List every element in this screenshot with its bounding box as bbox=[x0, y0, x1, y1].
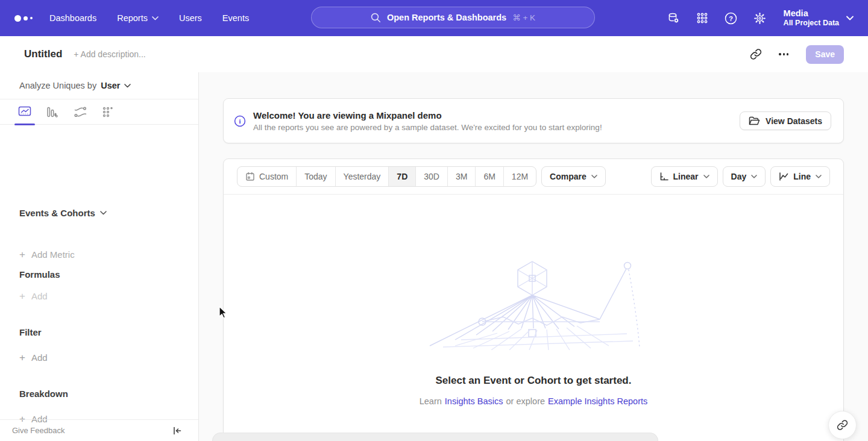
nav-item-label: Dashboards bbox=[49, 13, 96, 23]
logo-dot bbox=[30, 17, 33, 19]
chevron-down-icon bbox=[846, 16, 854, 20]
analyze-prefix: Analyze Uniques by bbox=[19, 81, 96, 90]
insights-basics-link[interactable]: Insights Basics bbox=[445, 396, 503, 406]
mixpanel-insights-page: Dashboards Reports Users Events Open Rep… bbox=[0, 0, 868, 441]
apps-grid-icon[interactable] bbox=[696, 11, 709, 25]
compare-dropdown[interactable]: Compare bbox=[541, 166, 606, 187]
banner-text: Welcome! You are viewing a Mixpanel demo… bbox=[253, 110, 602, 132]
chart-display-controls: Linear Day Line bbox=[651, 166, 830, 187]
add-metric-button[interactable]: + Add Metric bbox=[19, 249, 75, 260]
chevron-down-icon bbox=[816, 175, 822, 179]
svg-text:?: ? bbox=[729, 15, 733, 22]
help-icon[interactable]: ? bbox=[725, 11, 738, 25]
project-selector[interactable]: Media All Project Data bbox=[784, 8, 854, 28]
save-button[interactable]: Save bbox=[806, 45, 844, 64]
view-datasets-button[interactable]: View Datasets bbox=[740, 111, 831, 130]
nav-item-dashboards[interactable]: Dashboards bbox=[49, 13, 96, 23]
learn-prefix: Learn bbox=[420, 396, 442, 406]
query-builder-sidebar: Analyze Uniques by User bbox=[0, 72, 199, 441]
nav-actions: ? Media All Project Data bbox=[651, 8, 854, 28]
nav-item-events[interactable]: Events bbox=[222, 13, 249, 23]
middle-text: or explore bbox=[506, 396, 545, 406]
events-cohorts-section-header[interactable]: Events & Cohorts bbox=[19, 208, 107, 218]
report-titlebar: Untitled + Add description... Save bbox=[0, 36, 868, 72]
date-range-7d[interactable]: 7D bbox=[388, 167, 415, 186]
link-icon bbox=[837, 419, 848, 431]
collapse-sidebar-icon[interactable] bbox=[172, 425, 183, 436]
insights-chart-icon bbox=[18, 106, 31, 118]
add-filter-button[interactable]: + Add bbox=[19, 352, 48, 363]
titlebar-actions: Save bbox=[749, 45, 844, 64]
chart-type-dropdown[interactable]: Line bbox=[770, 166, 830, 187]
flows-icon bbox=[74, 107, 87, 117]
add-formula-button[interactable]: + Add bbox=[19, 291, 48, 301]
gear-icon[interactable] bbox=[753, 11, 767, 25]
share-link-floating-button[interactable] bbox=[828, 411, 857, 439]
search-icon bbox=[371, 13, 381, 23]
plus-icon: + bbox=[19, 352, 25, 363]
top-nav: Dashboards Reports Users Events Open Rep… bbox=[0, 0, 868, 36]
empty-state: Select an Event or Cohort to get started… bbox=[224, 257, 843, 406]
visualization-tabs bbox=[0, 99, 198, 125]
nav-item-reports[interactable]: Reports bbox=[117, 13, 159, 23]
global-search[interactable]: Open Reports & Dashboards ⌘ + K bbox=[311, 7, 595, 28]
banner-subtitle: All the reports you see are powered by a… bbox=[253, 123, 602, 132]
scale-dropdown[interactable]: Linear bbox=[651, 166, 718, 187]
date-range-6m[interactable]: 6M bbox=[475, 167, 503, 186]
more-options-icon[interactable] bbox=[777, 48, 790, 61]
demo-welcome-banner: i Welcome! You are viewing a Mixpanel de… bbox=[223, 98, 844, 143]
date-range-custom[interactable]: Custom bbox=[237, 167, 296, 186]
logo-dot bbox=[14, 15, 21, 22]
tab-insights-line-chart[interactable] bbox=[11, 99, 39, 125]
main-content: i Welcome! You are viewing a Mixpanel de… bbox=[199, 72, 868, 441]
date-range-yesterday[interactable]: Yesterday bbox=[335, 167, 389, 186]
data-management-icon[interactable] bbox=[667, 11, 680, 25]
calendar-icon bbox=[245, 172, 255, 181]
sidebar-footer: Give Feedback bbox=[0, 419, 198, 441]
plus-icon: + bbox=[19, 291, 25, 301]
chevron-down-icon bbox=[751, 175, 757, 179]
report-title[interactable]: Untitled bbox=[24, 48, 62, 60]
project-scope: All Project Data bbox=[784, 19, 839, 28]
example-insights-reports-link[interactable]: Example Insights Reports bbox=[548, 396, 647, 406]
date-range-3m[interactable]: 3M bbox=[447, 167, 475, 186]
chevron-down-icon bbox=[100, 211, 107, 215]
breakdown-section-label: Breakdown bbox=[19, 389, 68, 399]
chevron-down-icon bbox=[703, 175, 709, 179]
analyze-value: User bbox=[101, 81, 120, 90]
logo-dot bbox=[24, 16, 28, 20]
info-icon: i bbox=[234, 115, 246, 127]
dot-grid-icon bbox=[102, 107, 113, 117]
mixpanel-logo[interactable] bbox=[14, 15, 41, 22]
tab-metrics-grid[interactable] bbox=[94, 99, 122, 125]
tab-bar-chart[interactable] bbox=[39, 99, 66, 125]
tab-flows[interactable] bbox=[66, 99, 94, 125]
primary-nav: Dashboards Reports Users Events bbox=[49, 13, 249, 23]
banner-title: Welcome! You are viewing a Mixpanel demo bbox=[253, 110, 602, 120]
empty-state-title: Select an Event or Cohort to get started… bbox=[224, 375, 843, 387]
nav-item-users[interactable]: Users bbox=[179, 13, 202, 23]
folder-icon bbox=[749, 116, 760, 126]
give-feedback-link[interactable]: Give Feedback bbox=[12, 426, 64, 435]
formulas-section-label: Formulas bbox=[19, 269, 60, 280]
date-range-today[interactable]: Today bbox=[296, 167, 335, 186]
analyze-uniques-selector[interactable]: Analyze Uniques by User bbox=[0, 72, 198, 99]
project-name: Media bbox=[784, 8, 839, 19]
date-range-control: Custom Today Yesterday 7D 30D 3M 6M 12M bbox=[237, 166, 536, 187]
add-metric-label: Add Metric bbox=[31, 249, 75, 260]
bar-chart-icon bbox=[46, 106, 58, 118]
section-label: Events & Cohorts bbox=[19, 208, 95, 218]
add-label: Add bbox=[31, 291, 48, 301]
add-label: Add bbox=[31, 352, 48, 363]
copy-link-icon[interactable] bbox=[749, 48, 763, 61]
plus-icon: + bbox=[19, 249, 25, 260]
line-chart-icon bbox=[779, 172, 788, 181]
date-range-12m[interactable]: 12M bbox=[503, 167, 536, 186]
search-shortcut: ⌘ + K bbox=[512, 13, 535, 22]
interval-dropdown[interactable]: Day bbox=[723, 166, 766, 187]
insights-report-card: Custom Today Yesterday 7D 30D 3M 6M 12M … bbox=[223, 158, 844, 441]
report-description-placeholder[interactable]: + Add description... bbox=[74, 49, 145, 59]
filter-section-label: Filter bbox=[19, 327, 42, 337]
chart-controls: Custom Today Yesterday 7D 30D 3M 6M 12M … bbox=[224, 159, 843, 195]
date-range-30d[interactable]: 30D bbox=[415, 167, 447, 186]
